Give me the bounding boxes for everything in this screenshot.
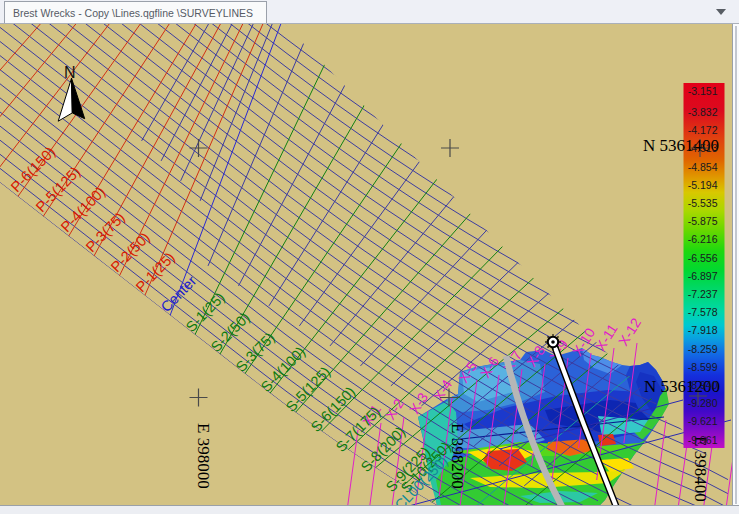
svg-text:-9.280: -9.280 xyxy=(688,397,718,409)
svg-text:-5.875: -5.875 xyxy=(688,215,718,227)
svg-text:E 398400: E 398400 xyxy=(691,436,710,502)
svg-text:-8.599: -8.599 xyxy=(688,361,718,373)
svg-text:-6.556: -6.556 xyxy=(688,252,718,264)
svg-text:E 398000: E 398000 xyxy=(194,423,213,489)
svg-text:-8.940: -8.940 xyxy=(688,379,718,391)
svg-text:-9.621: -9.621 xyxy=(688,415,718,427)
svg-text:-7.918: -7.918 xyxy=(688,324,718,336)
svg-text:-4.854: -4.854 xyxy=(688,161,718,173)
svg-text:-8.259: -8.259 xyxy=(688,343,718,355)
svg-text:-6.216: -6.216 xyxy=(688,233,718,245)
svg-text:-4.513: -4.513 xyxy=(688,142,718,154)
svg-text:E 398200: E 398200 xyxy=(448,423,467,489)
svg-text:-4.172: -4.172 xyxy=(688,124,718,136)
svg-text:-6.897: -6.897 xyxy=(688,270,718,282)
svg-text:-3.832: -3.832 xyxy=(688,106,718,118)
svg-text:-3.151: -3.151 xyxy=(688,85,718,97)
svg-text:N: N xyxy=(64,64,76,81)
svg-text:-5.535: -5.535 xyxy=(688,197,718,209)
svg-text:-7.578: -7.578 xyxy=(688,306,718,318)
svg-text:S-3(75): S-3(75) xyxy=(233,329,278,375)
svg-text:-9.961: -9.961 xyxy=(688,434,718,446)
svg-text:-7.237: -7.237 xyxy=(688,288,718,300)
svg-text:-5.194: -5.194 xyxy=(688,179,718,191)
svg-text:X-12: X-12 xyxy=(615,315,644,349)
